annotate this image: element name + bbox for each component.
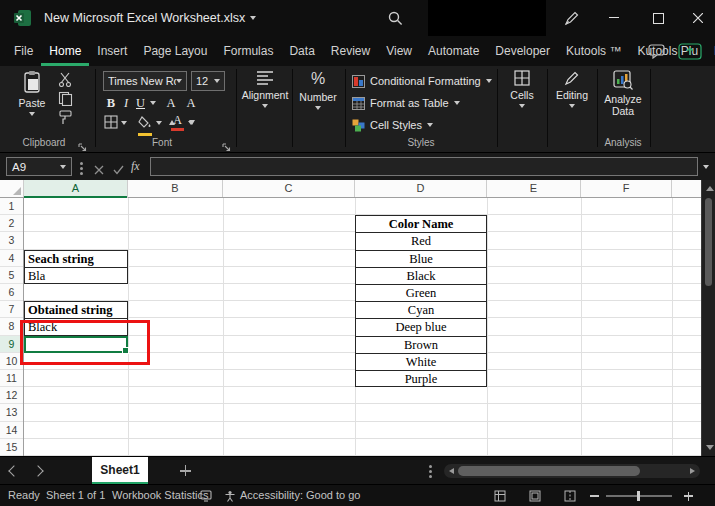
underline-chevron-icon[interactable] xyxy=(150,101,156,105)
editing-button[interactable]: Editing xyxy=(549,70,595,132)
fill-color-chevron-icon[interactable] xyxy=(156,121,162,125)
format-as-table-button[interactable]: Format as Table xyxy=(352,95,460,111)
cancel-entry-icon[interactable] xyxy=(94,161,104,179)
horizontal-scroll-thumb[interactable] xyxy=(458,466,640,476)
formula-bar-drag-handle[interactable] xyxy=(80,162,83,175)
search-icon[interactable] xyxy=(388,11,403,30)
bold-button[interactable]: B xyxy=(104,94,118,112)
font-name-combo[interactable]: Times New Ro xyxy=(103,71,187,91)
menu-tab-insert[interactable]: Insert xyxy=(89,36,135,66)
fill-handle[interactable] xyxy=(122,347,129,354)
row-header-5[interactable]: 5 xyxy=(0,267,23,284)
cell-D8[interactable]: Deep blue xyxy=(356,319,486,336)
selected-cell-A9[interactable] xyxy=(24,336,128,353)
row-header-3[interactable]: 3 xyxy=(0,232,23,249)
sheet-nav-right-icon[interactable] xyxy=(32,465,43,476)
cell-A4[interactable]: Seach string xyxy=(25,251,127,268)
column-header-E[interactable]: E xyxy=(487,180,581,197)
insert-function-button[interactable]: fx xyxy=(131,159,140,174)
formula-input[interactable] xyxy=(150,157,698,176)
row-header-15[interactable]: 15 xyxy=(0,439,23,456)
paste-button[interactable]: Paste xyxy=(10,70,54,132)
scroll-right-icon[interactable] xyxy=(690,468,695,474)
zoom-slider[interactable] xyxy=(606,495,672,497)
cell-D7[interactable]: Cyan xyxy=(356,302,486,319)
menu-tab-review[interactable]: Review xyxy=(323,36,378,66)
name-box[interactable]: A9 xyxy=(6,157,72,176)
cells-button[interactable]: Cells xyxy=(499,70,545,132)
cell-D11[interactable]: Purple xyxy=(356,371,486,388)
menu-tab-home[interactable]: Home xyxy=(41,36,89,66)
redacted-account-area[interactable] xyxy=(428,0,546,36)
normal-view-icon[interactable] xyxy=(494,490,506,504)
menu-tab-kutools[interactable]: Kutools ™ xyxy=(558,36,629,66)
borders-chevron-icon[interactable] xyxy=(121,121,127,125)
maximize-button[interactable] xyxy=(641,0,675,36)
fill-color-button[interactable] xyxy=(138,114,152,136)
cell-styles-button[interactable]: Cell Styles xyxy=(352,117,433,133)
row-header-9[interactable]: 9 xyxy=(0,336,23,353)
row-header-13[interactable]: 13 xyxy=(0,404,23,421)
zoom-in-button[interactable] xyxy=(684,491,694,501)
accessibility-icon[interactable] xyxy=(224,490,236,504)
row-header-2[interactable]: 2 xyxy=(0,215,23,232)
page-break-view-icon[interactable] xyxy=(564,490,576,504)
select-all-corner[interactable] xyxy=(0,180,24,197)
row-header-14[interactable]: 14 xyxy=(0,422,23,439)
sheet-nav-left-icon[interactable] xyxy=(8,465,19,476)
scroll-up-icon[interactable] xyxy=(706,186,714,191)
copy-button[interactable] xyxy=(58,91,73,110)
cell-A5[interactable]: Bla xyxy=(25,268,127,285)
menu-tab-developer[interactable]: Developer xyxy=(487,36,558,66)
format-painter-button[interactable] xyxy=(58,110,73,129)
share-icon[interactable] xyxy=(678,43,702,64)
row-header-4[interactable]: 4 xyxy=(0,250,23,267)
status-workbook-statistics[interactable]: Workbook Statistics xyxy=(112,489,208,501)
column-header-F[interactable]: F xyxy=(581,180,672,197)
row-header-11[interactable]: 11 xyxy=(0,370,23,387)
italic-button[interactable]: I xyxy=(120,94,132,112)
menu-tab-automate[interactable]: Automate xyxy=(420,36,487,66)
ink-pen-icon[interactable] xyxy=(564,10,580,30)
font-color-button[interactable]: A xyxy=(171,113,184,131)
cell-D6[interactable]: Green xyxy=(356,285,486,302)
excel-app-icon[interactable] xyxy=(14,9,32,31)
alignment-button[interactable]: Alignment xyxy=(242,70,288,132)
tabbar-overflow-icon[interactable] xyxy=(429,465,432,478)
vertical-scroll-thumb[interactable] xyxy=(705,198,712,286)
row-header-7[interactable]: 7 xyxy=(0,301,23,318)
cell-D3[interactable]: Red xyxy=(356,233,486,250)
cell-A7[interactable]: Obtained string xyxy=(25,302,127,319)
font-color-chevron-icon[interactable] xyxy=(188,121,194,125)
row-header-6[interactable]: 6 xyxy=(0,284,23,301)
title-chevron-down-icon[interactable] xyxy=(250,16,256,20)
menu-tab-file[interactable]: File xyxy=(6,36,41,66)
shrink-font-button[interactable]: A xyxy=(184,94,198,112)
row-header-1[interactable]: 1 xyxy=(0,198,23,215)
borders-button[interactable] xyxy=(104,115,118,133)
number-button[interactable]: % Number xyxy=(295,70,341,132)
row-header-10[interactable]: 10 xyxy=(0,353,23,370)
add-sheet-button[interactable] xyxy=(180,465,192,477)
vertical-scrollbar[interactable] xyxy=(701,180,715,456)
page-layout-view-icon[interactable] xyxy=(529,490,541,504)
formula-bar-expand-icon[interactable] xyxy=(703,165,709,169)
confirm-entry-icon[interactable] xyxy=(113,161,124,179)
row-header-12[interactable]: 12 xyxy=(0,387,23,404)
zoom-slider-thumb[interactable] xyxy=(637,491,640,501)
column-header-D[interactable]: D xyxy=(355,180,487,197)
scroll-left-icon[interactable] xyxy=(449,468,454,474)
zoom-out-button[interactable] xyxy=(590,495,599,497)
column-header-B[interactable]: B xyxy=(128,180,223,197)
worksheet-grid[interactable]: Seach string Bla Obtained string Black C… xyxy=(24,198,701,456)
cell-D10[interactable]: White xyxy=(356,354,486,371)
menu-tab-formulas[interactable]: Formulas xyxy=(215,36,281,66)
column-header-A[interactable]: A xyxy=(24,180,128,198)
column-header-C[interactable]: C xyxy=(223,180,355,197)
conditional-formatting-button[interactable]: Conditional Formatting xyxy=(352,73,492,89)
cell-D9[interactable]: Brown xyxy=(356,337,486,354)
cut-button[interactable] xyxy=(58,72,73,91)
cell-A8[interactable]: Black xyxy=(25,319,127,336)
analyze-data-button[interactable]: Analyze Data xyxy=(598,70,648,132)
grow-font-button[interactable]: A xyxy=(164,94,178,112)
